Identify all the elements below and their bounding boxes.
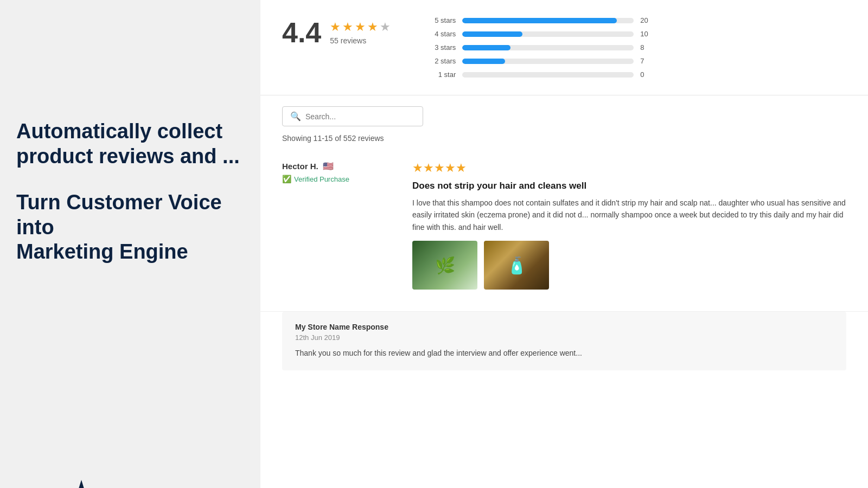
review-item: Hector H. 🇺🇸 ✅ Verified Purchase ★★★★★ D… bbox=[260, 148, 868, 312]
review-image-1: 🌿 bbox=[412, 241, 477, 290]
star-4: ★ bbox=[367, 20, 378, 34]
bar-label-4: 4 stars bbox=[423, 30, 456, 38]
review-stars: ★★★★★ bbox=[412, 161, 846, 175]
bar-fill-4 bbox=[462, 31, 522, 37]
verified-badge: ✅ Verified Purchase bbox=[282, 175, 391, 183]
rating-stars-block: ★ ★ ★ ★ ★ 55 reviews bbox=[330, 20, 391, 45]
product-image-brown: 🧴 bbox=[484, 241, 549, 290]
heading-marketing: Turn Customer Voice into Marketing Engin… bbox=[16, 190, 244, 265]
bar-count-4: 10 bbox=[640, 30, 651, 38]
rating-big: 4.4 ★ ★ ★ ★ ★ 55 reviews bbox=[282, 16, 391, 49]
review-images: 🌿 🧴 bbox=[412, 241, 846, 290]
stars-display: ★ ★ ★ ★ ★ bbox=[330, 20, 391, 34]
bar-fill-2 bbox=[462, 59, 505, 64]
bar-count-5: 20 bbox=[640, 16, 651, 24]
star-3: ★ bbox=[355, 20, 366, 34]
product-image-green: 🌿 bbox=[412, 241, 477, 290]
bar-label-1: 1 star bbox=[423, 70, 456, 79]
bar-fill-3 bbox=[462, 45, 510, 50]
bar-label-5: 5 stars bbox=[423, 16, 456, 24]
bar-row-4: 4 stars 10 bbox=[423, 30, 651, 38]
bar-track-2 bbox=[462, 59, 634, 64]
store-response: My Store Name Response 12th Jun 2019 Tha… bbox=[282, 312, 846, 370]
left-panel: Automatically collect product reviews an… bbox=[0, 0, 260, 488]
showing-text: Showing 11-15 of 552 reviews bbox=[282, 134, 846, 143]
store-response-date: 12th Jun 2019 bbox=[295, 333, 833, 342]
review-count-label: 55 reviews bbox=[330, 36, 391, 45]
right-panel: 4.4 ★ ★ ★ ★ ★ 55 reviews 5 stars 20 bbox=[260, 0, 868, 488]
bar-chart: 5 stars 20 4 stars 10 3 stars 8 bbox=[423, 16, 651, 79]
store-response-name: My Store Name Response bbox=[295, 323, 833, 331]
bar-fill-5 bbox=[462, 18, 616, 23]
star-1: ★ bbox=[330, 20, 341, 34]
heading-collect: Automatically collect product reviews an… bbox=[16, 119, 244, 169]
bar-count-1: 0 bbox=[640, 70, 651, 79]
review-image-2: 🧴 bbox=[484, 241, 549, 290]
star-2: ★ bbox=[342, 20, 353, 34]
star-5-half: ★ bbox=[380, 20, 391, 34]
reviewer-name: Hector H. 🇺🇸 bbox=[282, 161, 391, 171]
bar-row-3: 3 stars 8 bbox=[423, 43, 651, 52]
review-content: ★★★★★ Does not strip your hair and clean… bbox=[412, 161, 846, 290]
bar-label-2: 2 stars bbox=[423, 57, 456, 65]
search-section: 🔍 Showing 11-15 of 552 reviews bbox=[260, 95, 868, 148]
bar-track-5 bbox=[462, 18, 634, 23]
star-polygon bbox=[35, 480, 127, 488]
review-body: I love that this shampoo does not contai… bbox=[412, 197, 846, 233]
bar-count-3: 8 bbox=[640, 43, 651, 52]
bar-track-1 bbox=[462, 72, 634, 78]
review-title: Does not strip your hair and cleans well bbox=[412, 181, 846, 191]
search-box[interactable]: 🔍 bbox=[282, 106, 423, 126]
reviewer-flag: 🇺🇸 bbox=[323, 161, 334, 171]
bar-row-2: 2 stars 7 bbox=[423, 57, 651, 65]
store-response-text: Thank you so much for this review and gl… bbox=[295, 347, 833, 359]
bar-count-2: 7 bbox=[640, 57, 651, 65]
rating-summary: 4.4 ★ ★ ★ ★ ★ 55 reviews 5 stars 20 bbox=[260, 0, 868, 95]
search-icon: 🔍 bbox=[290, 111, 301, 121]
bar-row-1: 1 star 0 bbox=[423, 70, 651, 79]
reviewer-info: Hector H. 🇺🇸 ✅ Verified Purchase bbox=[282, 161, 391, 290]
rating-score: 4.4 bbox=[282, 16, 321, 49]
search-input[interactable] bbox=[305, 112, 415, 121]
bar-row-5: 5 stars 20 bbox=[423, 16, 651, 24]
review-header: Hector H. 🇺🇸 ✅ Verified Purchase ★★★★★ D… bbox=[282, 161, 846, 290]
verified-icon: ✅ bbox=[282, 175, 291, 183]
bar-track-4 bbox=[462, 31, 634, 37]
bar-label-3: 3 stars bbox=[423, 43, 456, 52]
bar-track-3 bbox=[462, 45, 634, 50]
